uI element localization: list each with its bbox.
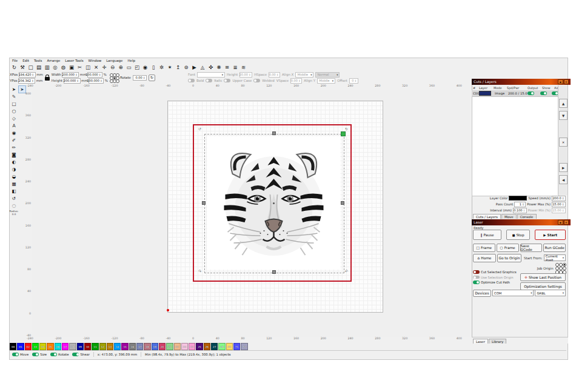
start-from-combo[interactable]: Current Posit	[544, 254, 566, 261]
rotate-field[interactable]: 0.00↕	[133, 75, 147, 81]
home-button[interactable]: ⌂Home	[473, 254, 496, 262]
palette-swatch[interactable]: 21	[166, 343, 173, 350]
selection-handle-right[interactable]	[341, 201, 344, 205]
italic-toggle[interactable]	[206, 79, 212, 82]
palette-swatch[interactable]: 13	[107, 343, 113, 350]
layer-color-box[interactable]	[509, 196, 527, 201]
welded-toggle[interactable]	[253, 79, 260, 82]
layer-output-toggle[interactable]	[527, 91, 534, 95]
hspace-field[interactable]: 0.00↕	[269, 72, 280, 78]
palette-swatch[interactable]: 10	[84, 343, 91, 350]
speed-field[interactable]: 200.0↕	[552, 196, 566, 201]
port-combo[interactable]: COM	[492, 290, 534, 296]
ellipse-tool-icon[interactable]: ○	[10, 108, 18, 115]
paste-icon[interactable]: ◫	[85, 64, 92, 70]
optimize-cut-path-toggle[interactable]	[473, 281, 480, 284]
palette-swatch[interactable]: 04	[39, 343, 46, 350]
height-percent-field[interactable]: 100.000↕	[89, 78, 104, 84]
cut-icon[interactable]: ✂	[76, 64, 83, 70]
size-mode-toggle[interactable]	[32, 353, 39, 356]
adjust-image-icon[interactable]: ✶	[167, 64, 173, 70]
align-x-combo[interactable]: Middle	[295, 72, 313, 78]
rectangle-tool-icon[interactable]: □	[10, 101, 18, 107]
weld-shapes-icon[interactable]: ◐	[10, 159, 18, 165]
control-icon[interactable]: ✲	[158, 64, 165, 70]
rotate-handle-bottom-right[interactable]: ↺	[345, 269, 348, 273]
anchor-point-selector[interactable]	[110, 73, 118, 82]
selection-origin-handle[interactable]	[341, 131, 346, 136]
layer-move-down-button[interactable]: ▼	[559, 111, 568, 120]
snap-icon[interactable]: ≋	[240, 64, 247, 70]
new-file-icon[interactable]: □	[27, 64, 34, 70]
boolean-subtract-icon[interactable]: ◒	[10, 173, 18, 180]
stop-button[interactable]: ■Stop	[506, 230, 530, 240]
layer-delete-button[interactable]: ✕	[559, 138, 568, 147]
text-tool-icon[interactable]: A	[10, 122, 18, 129]
palette-swatch[interactable]: 14	[114, 343, 121, 350]
palette-swatch[interactable]: 05	[47, 343, 53, 350]
frame-selection-icon[interactable]: ◰	[134, 64, 141, 70]
delete-icon[interactable]: ✕	[93, 64, 99, 70]
layer-show-toggle[interactable]	[540, 91, 547, 95]
palette-swatch[interactable]: 06	[55, 343, 61, 350]
layer-color-swatch[interactable]	[479, 91, 491, 96]
weld-mode-combo[interactable]: Normal	[315, 72, 340, 78]
layer-move-up-button[interactable]: ▲	[559, 99, 568, 108]
export-icon[interactable]: ◍	[60, 64, 67, 70]
vspace-field[interactable]: 0.00↕	[290, 78, 302, 84]
pin-panel-icon[interactable]: ▪	[558, 220, 563, 225]
pass-count-field[interactable]: 1↕	[514, 202, 526, 207]
align-y-combo[interactable]: Middle	[317, 78, 335, 84]
rotate-mode-toggle[interactable]	[50, 353, 57, 356]
pin-panel-icon[interactable]: ▪	[558, 79, 563, 85]
show-last-position-button[interactable]: ✛Show Last Position	[520, 273, 566, 281]
start-button[interactable]: ▶Start	[535, 230, 566, 240]
palette-swatch[interactable]: 22	[174, 343, 181, 350]
tab-laser[interactable]: Laser	[473, 339, 488, 344]
selection-handle-bottom[interactable]	[272, 270, 276, 274]
tab-console[interactable]: Console	[517, 214, 537, 219]
tab-cuts-layers[interactable]: Cuts / Layers	[473, 214, 501, 219]
layer-row[interactable]: C00 Image 200.0 / 15.0	[472, 90, 560, 96]
selection-handle-left[interactable]	[202, 201, 206, 205]
polygon-tool-icon[interactable]: ◇	[10, 115, 18, 122]
offset-shapes-icon[interactable]: ◙	[10, 151, 18, 158]
zoom-out-icon[interactable]: ⊖	[109, 64, 116, 70]
palette-swatch[interactable]: 15	[121, 343, 128, 350]
frame-circle-button[interactable]: ○Frame	[497, 244, 519, 252]
save-gcode-button[interactable]: Save GCode	[520, 244, 543, 252]
palette-swatch[interactable]: 07	[62, 343, 69, 350]
font-height-field[interactable]: 20.00↕	[239, 72, 252, 78]
power-max-field[interactable]: 15.00↕	[552, 202, 566, 207]
palette-swatch[interactable]: 18	[144, 343, 150, 350]
width-field[interactable]: 200.000↕	[62, 72, 79, 78]
rotate-handle-top-left[interactable]: ↺	[198, 127, 201, 131]
height-field[interactable]: 200.000↕	[64, 78, 81, 84]
refresh-icon[interactable]: ↻	[11, 64, 18, 70]
palette-swatch[interactable]: 28	[218, 343, 225, 350]
camera-icon[interactable]: ◉	[142, 64, 149, 70]
devices-button[interactable]: Devices	[473, 290, 491, 297]
save-file-icon[interactable]: ▥	[44, 64, 50, 70]
palette-swatch[interactable]: 00	[10, 343, 16, 350]
frame-rect-button[interactable]: □Frame	[473, 244, 495, 252]
palette-swatch[interactable]: 09	[77, 343, 84, 350]
preview-icon[interactable]: ◬	[199, 64, 206, 70]
position-laser-icon[interactable]: ✜	[207, 64, 214, 70]
import-icon[interactable]: ◎	[52, 64, 59, 70]
rotate-handle-top-right[interactable]: ↺	[345, 127, 348, 131]
palette-swatch[interactable]: T1	[233, 343, 240, 350]
palette-swatch[interactable]: 12	[99, 343, 106, 350]
ypos-field[interactable]: 204.342↕	[18, 78, 35, 84]
run-icon[interactable]: ▶	[191, 64, 198, 70]
layer-list[interactable]	[472, 96, 559, 196]
move-mode-toggle[interactable]	[12, 353, 19, 356]
select-tool-icon[interactable]: ➤	[10, 86, 18, 93]
palette-swatch[interactable]: 19	[152, 343, 158, 350]
job-origin-selector[interactable]	[555, 263, 566, 273]
font-family-combo[interactable]	[197, 72, 225, 78]
palette-swatch[interactable]: 23	[181, 343, 188, 350]
palette-swatch[interactable]: 27	[211, 343, 218, 350]
offset-field[interactable]: 0↕	[349, 78, 358, 84]
copy-icon[interactable]: ▣	[69, 64, 75, 70]
